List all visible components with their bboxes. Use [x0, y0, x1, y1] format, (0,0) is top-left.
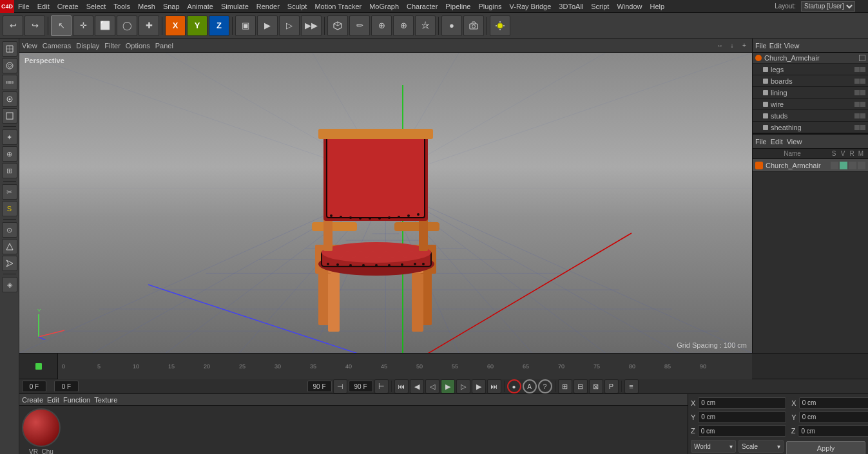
left-tool-0[interactable]: ✦ — [2, 129, 17, 145]
root-object-row[interactable]: Church_Armchair — [753, 53, 868, 64]
left-mode-1[interactable] — [2, 58, 17, 73]
obj-studs-row[interactable]: studs — [753, 110, 868, 122]
coord-y-scale[interactable] — [799, 411, 868, 423]
mat-create[interactable]: Create — [22, 396, 43, 404]
add-button[interactable]: ✚ — [139, 15, 159, 36]
vp-tab-display[interactable]: Display — [76, 42, 99, 50]
vp-icon-move[interactable]: ↔ — [715, 41, 725, 51]
coord-system-dropdown[interactable]: World ▾ — [691, 440, 736, 453]
menu-simulate[interactable]: Simulate — [217, 0, 253, 12]
attr-toggle-3[interactable] — [849, 162, 856, 169]
y-axis-button[interactable]: Y — [187, 15, 207, 36]
left-tool-4[interactable]: S — [2, 201, 17, 216]
render-to-button[interactable]: ▷ — [279, 15, 300, 36]
left-tool-2[interactable]: ⊞ — [2, 163, 17, 178]
frame-end-input[interactable] — [349, 381, 373, 392]
obj-wire-row[interactable]: wire — [753, 99, 868, 110]
menu-script[interactable]: Script — [587, 0, 613, 12]
apply-button[interactable]: Apply — [786, 441, 865, 454]
keyframe-sel-button[interactable]: ⊟ — [574, 379, 588, 393]
attr-edit[interactable]: Edit — [771, 138, 783, 146]
x-axis-button[interactable]: X — [165, 15, 186, 36]
coord-z-pos[interactable] — [698, 425, 786, 437]
left-mode-4[interactable] — [2, 108, 17, 124]
skip-to-end-button[interactable]: ⏭ — [487, 379, 501, 393]
light-button[interactable]: ● — [441, 15, 462, 36]
menu-mesh[interactable]: Mesh — [134, 0, 159, 12]
menu-mograph[interactable]: MoGraph — [365, 0, 403, 12]
keyframe-button[interactable]: ? — [538, 379, 552, 393]
mat-texture[interactable]: Texture — [94, 396, 117, 404]
obj-legs-row[interactable]: legs — [753, 64, 868, 75]
autokey-button[interactable]: A — [523, 379, 537, 393]
layout-select[interactable]: Startup [User] — [801, 1, 855, 12]
record-button[interactable]: ● — [507, 379, 521, 393]
left-tool-6[interactable] — [2, 239, 17, 254]
left-tool-8[interactable]: ◈ — [2, 277, 17, 292]
skip-to-start-button[interactable]: ⏮ — [394, 379, 409, 393]
rotate-tool-button[interactable]: ◯ — [117, 15, 137, 36]
coord-x-scale[interactable] — [799, 397, 868, 409]
play-button[interactable]: ▶ — [441, 379, 455, 393]
fps-input[interactable] — [307, 381, 332, 392]
attr-toggle-1[interactable] — [831, 162, 838, 169]
left-tool-3[interactable]: ✂ — [2, 184, 17, 200]
next-keyframe-button[interactable]: ▶ — [472, 379, 486, 393]
om-file[interactable]: File — [755, 42, 767, 50]
obj-sheathing-dot1[interactable] — [854, 125, 860, 130]
render-all-button[interactable]: ▶▶ — [301, 15, 322, 36]
obj-studs-dot2[interactable] — [860, 113, 865, 118]
prev-keyframe-button[interactable]: ◀ — [410, 379, 424, 393]
cube-button[interactable] — [327, 15, 348, 36]
obj-studs-dot1[interactable] — [854, 113, 860, 118]
menu-render[interactable]: Render — [253, 0, 284, 12]
obj-legs-dot1[interactable] — [854, 67, 860, 72]
chair-object[interactable] — [280, 68, 473, 338]
z-axis-button[interactable]: Z — [209, 15, 229, 36]
menu-sculpt[interactable]: Sculpt — [284, 0, 311, 12]
menu-motion-tracker[interactable]: Motion Tracker — [311, 0, 365, 12]
menu-animate[interactable]: Animate — [184, 0, 217, 12]
prev-frame-button[interactable]: ◁ — [425, 379, 439, 393]
menu-window[interactable]: Window — [613, 0, 646, 12]
obj-legs-dot2[interactable] — [860, 67, 865, 72]
coord-x-pos[interactable] — [698, 397, 786, 409]
attr-toggle-4[interactable] — [858, 162, 865, 169]
keyframe-del-button[interactable]: ⊠ — [589, 379, 603, 393]
menu-select[interactable]: Select — [82, 0, 110, 12]
transform-mode-dropdown[interactable]: Scale ▾ — [738, 440, 784, 453]
fps-icon2[interactable]: ⊢ — [374, 379, 389, 393]
undo-button[interactable]: ↩ — [3, 15, 23, 36]
om-edit[interactable]: Edit — [769, 42, 782, 50]
attr-view[interactable]: View — [787, 138, 802, 146]
left-tool-1[interactable]: ⊕ — [2, 146, 17, 162]
select-tool-button[interactable]: ↖ — [51, 15, 72, 36]
obj-wire-dot2[interactable] — [860, 102, 865, 107]
render-frame-button[interactable]: ▶ — [257, 15, 278, 36]
obj-sheathing-dot2[interactable] — [860, 125, 865, 130]
om-view[interactable]: View — [784, 42, 800, 50]
camera-button[interactable] — [463, 15, 484, 36]
menu-create[interactable]: Create — [53, 0, 82, 12]
obj-boards-dot1[interactable] — [854, 79, 860, 84]
deformer-button[interactable]: ⛦ — [415, 15, 436, 36]
vp-icon-plus[interactable]: + — [739, 41, 749, 51]
attr-toggle-2[interactable] — [840, 162, 847, 169]
obj-sheathing-row[interactable]: sheathing — [753, 122, 868, 133]
render-region-button[interactable]: ▣ — [235, 15, 256, 36]
redo-button[interactable]: ↪ — [24, 15, 45, 36]
coord-y-pos[interactable] — [698, 411, 786, 423]
menu-help[interactable]: Help — [646, 0, 669, 12]
mat-edit[interactable]: Edit — [47, 396, 59, 404]
left-mode-3[interactable] — [2, 91, 17, 107]
3d-viewport[interactable]: Perspective Grid Spacing : 100 cm Y X Z — [19, 53, 752, 353]
obj-boards-row[interactable]: boards — [753, 75, 868, 87]
next-frame-button[interactable]: ▷ — [456, 379, 470, 393]
keyframe-all-button[interactable]: ⊞ — [558, 379, 572, 393]
move-tool-button[interactable]: ✛ — [73, 15, 93, 36]
material-ball-1[interactable] — [22, 408, 61, 447]
mat-function[interactable]: Function — [63, 396, 90, 404]
attr-object-row[interactable]: Church_Armchair — [753, 159, 868, 172]
vp-icon-down[interactable]: ↓ — [727, 41, 737, 51]
menu-snap[interactable]: Snap — [159, 0, 184, 12]
